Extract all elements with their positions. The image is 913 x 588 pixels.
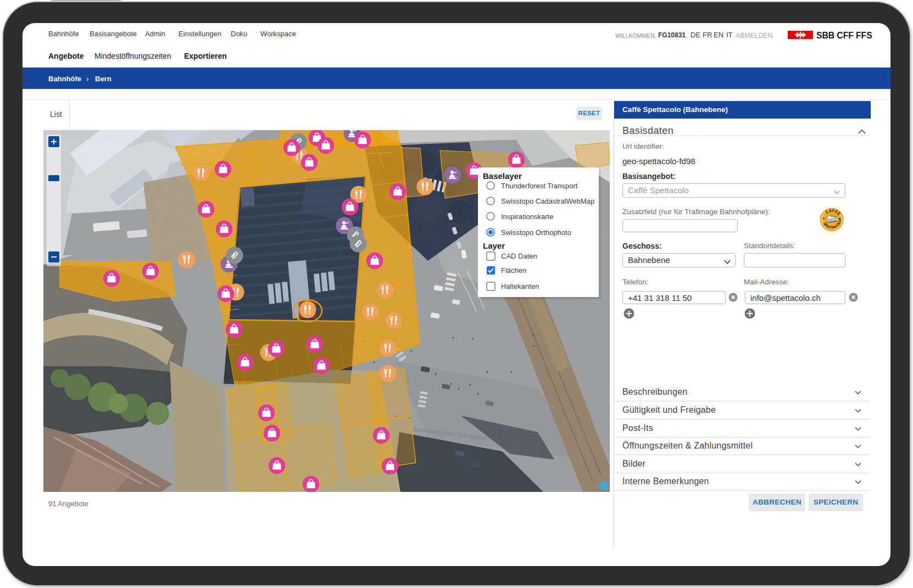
- svg-text:Swisstopo CadastralWebMap: Swisstopo CadastralWebMap: [501, 197, 594, 205]
- svg-text:SBB CFF FFS: SBB CFF FFS: [816, 31, 872, 40]
- svg-text:CAD Daten: CAD Daten: [501, 252, 537, 260]
- svg-text:Haltekanten: Haltekanten: [501, 282, 539, 290]
- svg-text:Layer: Layer: [483, 241, 505, 250]
- svg-text:Flächen: Flächen: [501, 266, 526, 275]
- svg-text:Baselayer: Baselayer: [483, 171, 522, 181]
- svg-text:Swisstopo Orthophoto: Swisstopo Orthophoto: [501, 228, 571, 237]
- svg-text:Thunderforest Transport: Thunderforest Transport: [501, 182, 578, 190]
- svg-text:Inspirationskarte: Inspirationskarte: [501, 212, 553, 221]
